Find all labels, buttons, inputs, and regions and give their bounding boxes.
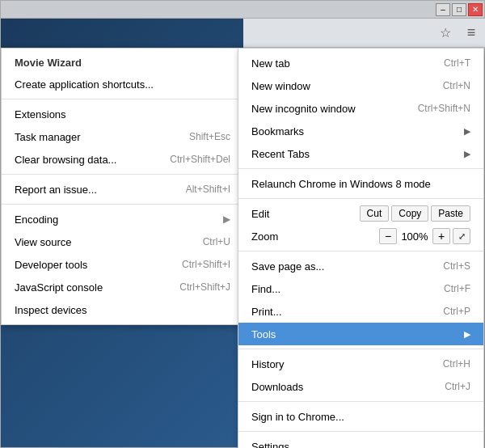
left-menu-clear-browsing[interactable]: Clear browsing data... Ctrl+Shift+Del [2,148,238,171]
submenu-header: Movie Wizard [2,52,238,73]
menu-new-window[interactable]: New window Ctrl+N [238,74,483,97]
left-menu-view-source[interactable]: View source Ctrl+U [2,230,238,253]
cut-button[interactable]: Cut [360,205,390,222]
left-menu-task-manager[interactable]: Task manager Shift+Esc [2,125,238,148]
paste-button[interactable]: Paste [431,205,470,222]
separator [238,251,483,251]
title-bar: – □ ✕ [1,1,484,19]
left-menu-report-issue[interactable]: Report an issue... Alt+Shift+I [2,178,238,201]
zoom-out-button[interactable]: − [379,228,397,244]
menu-downloads[interactable]: Downloads Ctrl+J [238,375,483,398]
browser-window: – □ ✕ ☆ ≡ ur sites! Movie Wizard http://… [0,0,485,448]
menu-zoom-row: Zoom − 100% + ⤢ [238,225,483,247]
left-menu-create-shortcuts[interactable]: Create application shortcuts... [2,73,238,95]
zoom-value: 100% [399,230,430,243]
left-menu-extensions[interactable]: Extensions [2,103,238,125]
separator [238,198,483,199]
menu-find[interactable]: Find... Ctrl+F [238,277,483,300]
minimize-button[interactable]: – [436,3,450,16]
menu-history[interactable]: History Ctrl+H [238,353,483,375]
menu-new-tab[interactable]: New tab Ctrl+T [238,52,483,74]
separator [238,168,483,169]
menu-new-incognito[interactable]: New incognito window Ctrl+Shift+N [238,97,483,120]
maximize-button[interactable]: □ [452,3,466,16]
separator [238,431,483,432]
copy-button[interactable]: Copy [391,205,428,222]
separator [238,401,483,402]
fullscreen-button[interactable]: ⤢ [453,228,470,244]
menu-print[interactable]: Print... Ctrl+P [238,300,483,323]
menu-settings[interactable]: Settings [238,435,483,448]
left-menu-developer-tools[interactable]: Developer tools Ctrl+Shift+I [2,253,238,276]
bookmark-icon[interactable]: ☆ [434,22,457,44]
separator [2,204,238,205]
left-menu-encoding[interactable]: Encoding ▶ [2,208,238,230]
chrome-menu: New tab Ctrl+T New window Ctrl+N New inc… [238,48,484,448]
menu-recent-tabs[interactable]: Recent Tabs ▶ [238,142,483,165]
separator [2,99,238,99]
separator [238,349,483,349]
menu-save-page[interactable]: Save page as... Ctrl+S [238,255,483,277]
menu-edit-row: Edit Cut Copy Paste [238,202,483,225]
left-menu-javascript-console[interactable]: JavaScript console Ctrl+Shift+J [2,276,238,298]
menu-icon[interactable]: ≡ [460,22,483,44]
left-menu-inspect-devices[interactable]: Inspect devices [2,298,238,321]
separator [2,174,238,175]
menu-relaunch-win8[interactable]: Relaunch Chrome in Windows 8 mode [238,172,483,195]
tools-submenu: Movie Wizard Create application shortcut… [1,48,239,325]
menu-tools[interactable]: Tools ▶ [238,323,483,345]
zoom-in-button[interactable]: + [432,228,450,244]
menu-sign-in[interactable]: Sign in to Chrome... [238,405,483,428]
close-button[interactable]: ✕ [468,3,483,16]
menu-bookmarks[interactable]: Bookmarks ▶ [238,120,483,142]
